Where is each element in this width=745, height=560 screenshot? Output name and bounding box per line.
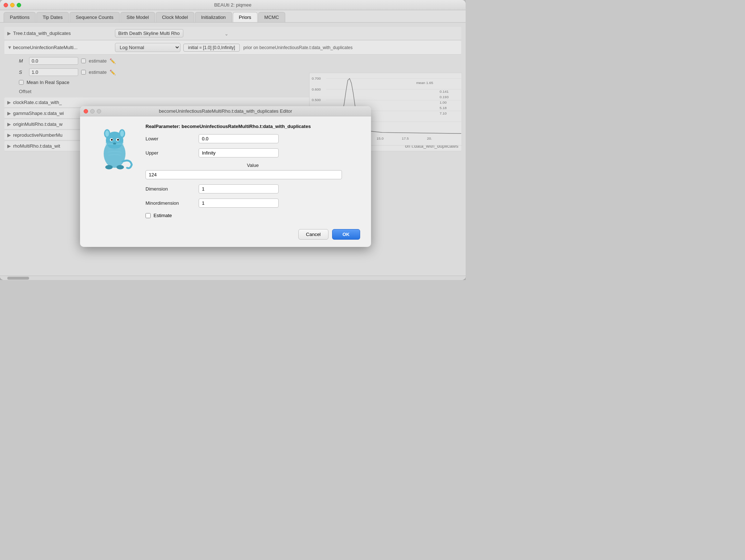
window-title: BEAUti 2: piqmee: [214, 2, 252, 8]
tab-clock-model[interactable]: Clock Model: [156, 12, 194, 22]
main-window: BEAUti 2: piqmee Partitions Tip Dates Se…: [0, 0, 466, 280]
content-area: ▶ Tree.t:data_with_duplicates Birth Deat…: [0, 23, 466, 276]
dialog-content: RealParameter: becomeUninfectiousRateMul…: [146, 124, 360, 218]
dialog-traffic-lights: [84, 109, 101, 113]
dialog-param-title: RealParameter: becomeUninfectiousRateMul…: [146, 124, 360, 129]
traffic-lights: [4, 3, 21, 7]
tab-sequence-counts[interactable]: Sequence Counts: [69, 12, 119, 22]
editor-dialog: becomeUninfectiousRateMultiRho.t:data_wi…: [80, 106, 371, 247]
dialog-maximize-button[interactable]: [97, 109, 101, 113]
dialog-icon: [91, 124, 138, 218]
minimize-button[interactable]: [10, 3, 15, 7]
close-button[interactable]: [4, 3, 8, 7]
dialog-close-button[interactable]: [84, 109, 88, 113]
value-input[interactable]: [146, 170, 342, 179]
scroll-bar: [0, 276, 466, 280]
tab-partitions[interactable]: Partitions: [4, 12, 36, 22]
lower-label: Lower: [146, 136, 193, 141]
upper-input[interactable]: [199, 148, 279, 157]
title-bar: BEAUti 2: piqmee: [0, 0, 466, 10]
estimate-row: Estimate: [146, 213, 360, 218]
dimension-row: Dimension: [146, 184, 360, 193]
minordimension-row: Minordimension: [146, 199, 360, 208]
possum-illustration: [93, 127, 136, 171]
dialog-buttons: Cancel OK: [80, 225, 371, 247]
lower-field-row: Lower: [146, 134, 360, 143]
dialog-body: RealParameter: becomeUninfectiousRateMul…: [80, 116, 371, 225]
upper-field-row: Upper: [146, 148, 360, 157]
svg-point-20: [105, 165, 113, 169]
scroll-thumb[interactable]: [7, 277, 29, 280]
svg-point-13: [111, 139, 113, 141]
tab-site-model[interactable]: Site Model: [120, 12, 155, 22]
upper-label: Upper: [146, 150, 193, 156]
tab-initialization[interactable]: Initialization: [195, 12, 232, 22]
estimate-label: Estimate: [154, 213, 172, 218]
minordimension-label: Minordimension: [146, 200, 193, 206]
maximize-button[interactable]: [17, 3, 21, 7]
dialog-minimize-button[interactable]: [90, 109, 95, 113]
svg-point-21: [116, 165, 124, 169]
tab-bar: Partitions Tip Dates Sequence Counts Sit…: [0, 10, 466, 23]
tab-tip-dates[interactable]: Tip Dates: [36, 12, 69, 22]
estimate-checkbox[interactable]: [146, 213, 151, 218]
svg-point-9: [105, 131, 109, 137]
dialog-title-bar: becomeUninfectiousRateMultiRho.t:data_wi…: [80, 106, 371, 116]
cancel-button[interactable]: Cancel: [298, 229, 328, 240]
tab-mcmc[interactable]: MCMC: [258, 12, 285, 22]
svg-point-14: [117, 139, 119, 141]
tab-priors[interactable]: Priors: [233, 12, 258, 22]
lower-input[interactable]: [199, 134, 279, 143]
ok-button[interactable]: OK: [332, 229, 360, 240]
dialog-title: becomeUninfectiousRateMultiRho.t:data_wi…: [159, 108, 292, 114]
dimension-label: Dimension: [146, 186, 193, 192]
minordimension-input[interactable]: [199, 199, 279, 208]
value-label: Value: [146, 163, 360, 168]
value-section: Value: [146, 163, 360, 179]
svg-point-10: [120, 131, 124, 137]
svg-point-15: [113, 143, 116, 144]
dimension-input[interactable]: [199, 184, 279, 193]
